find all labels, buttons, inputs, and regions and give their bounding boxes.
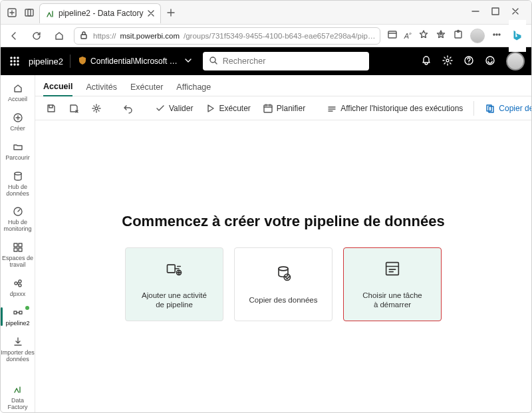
maximize-icon[interactable] — [490, 6, 501, 19]
new-tab-button[interactable] — [164, 5, 178, 20]
svg-point-18 — [14, 64, 15, 65]
save-button[interactable] — [42, 100, 61, 116]
schedule-label: Planifier — [277, 104, 305, 113]
card-add-activity[interactable]: Ajouter une activitéde pipeline — [125, 247, 223, 321]
tab-accueil[interactable]: Accueil — [43, 78, 72, 96]
rail-pipeline2[interactable]: pipeline2 — [1, 303, 35, 330]
tab-title: pipeline2 - Data Factory — [59, 9, 143, 18]
run-label: Exécuter — [219, 104, 250, 113]
tab-executer[interactable]: Exécuter — [130, 78, 163, 96]
share-icon[interactable] — [387, 29, 398, 42]
svg-rect-30 — [19, 248, 22, 251]
rail-datahub[interactable]: Hub de données — [1, 167, 35, 200]
rail-browse[interactable]: Parcourir — [1, 138, 35, 164]
tab-activites[interactable]: Activités — [86, 78, 117, 96]
history-icon — [327, 103, 337, 114]
shield-icon — [77, 55, 88, 68]
settings-icon[interactable] — [442, 55, 453, 68]
settings-button[interactable] — [87, 100, 106, 116]
history-label: Afficher l'historique des exécutions — [340, 104, 463, 113]
undo-icon — [123, 103, 134, 114]
more-icon[interactable] — [491, 29, 502, 42]
back-button[interactable] — [6, 28, 22, 44]
card-caption: de pipeline — [156, 301, 193, 309]
minimize-icon[interactable] — [470, 6, 481, 19]
card-caption: Ajouter une activité — [142, 291, 207, 299]
search-input[interactable]: Rechercher — [203, 52, 369, 70]
status-dot-icon — [25, 306, 29, 310]
svg-point-9 — [496, 34, 497, 35]
rail-dpxxx[interactable]: dpxxx — [1, 274, 35, 301]
gear-icon — [91, 103, 102, 114]
add-activity-icon — [165, 259, 184, 278]
home-button[interactable] — [51, 28, 67, 44]
copy-data-icon — [274, 264, 293, 283]
svg-rect-37 — [264, 105, 272, 112]
feedback-icon[interactable] — [485, 55, 495, 68]
rail-workspaces[interactable]: Espaces de travail — [1, 238, 35, 271]
window-controls — [470, 6, 527, 19]
favorite-icon[interactable] — [418, 29, 429, 42]
run-button[interactable]: Exécuter — [201, 100, 254, 116]
profile-avatar[interactable] — [470, 29, 485, 43]
tab-actions-icon[interactable] — [5, 5, 19, 20]
browser-tab[interactable]: pipeline2 - Data Factory — [39, 3, 161, 23]
folder-icon — [11, 140, 25, 154]
saveas-button[interactable] — [65, 100, 83, 116]
rail-import[interactable]: Importer des données — [1, 333, 35, 366]
schedule-button[interactable]: Planifier — [259, 100, 309, 116]
url-path: /groups/731f5349-9455-4100-b643-eae657e2… — [184, 32, 375, 40]
svg-point-25 — [15, 172, 21, 175]
chevron-down-icon — [180, 55, 196, 68]
tab-affichage[interactable]: Affichage — [176, 78, 211, 96]
app-launcher-icon[interactable] — [7, 56, 22, 67]
notifications-icon[interactable] — [421, 55, 432, 68]
rail-monitor[interactable]: Hub de monitoring — [1, 202, 35, 235]
card-choose-task[interactable]: Choisir une tâcheà démarrer — [343, 247, 442, 321]
bing-sidebar-icon[interactable] — [509, 20, 526, 52]
main-tabs: Accueil Activités Exécuter Affichage — [35, 75, 531, 96]
validate-button[interactable]: Valider — [151, 100, 197, 116]
ribbon: Valider Exécuter Planifier Afficher l'hi… — [35, 96, 531, 120]
close-window-icon[interactable] — [510, 6, 521, 19]
left-nav-rail: Accueil Créer Parcourir Hub de données H… — [1, 75, 35, 413]
template-icon — [383, 259, 402, 278]
svg-point-8 — [493, 34, 495, 35]
svg-point-10 — [499, 34, 500, 35]
check-icon — [155, 103, 166, 114]
collections-icon[interactable] — [436, 29, 446, 42]
lock-icon — [78, 30, 89, 42]
svg-point-16 — [17, 61, 19, 62]
workspace-item-icon — [11, 277, 25, 290]
refresh-button[interactable] — [29, 28, 45, 44]
sensitivity-label[interactable]: Confidential\Microsoft … — [77, 55, 196, 68]
search-placeholder: Rechercher — [223, 57, 266, 66]
rail-label: Espaces de travail — [1, 255, 35, 269]
collections-icon[interactable] — [22, 5, 37, 20]
history-button[interactable]: Afficher l'historique des exécutions — [323, 100, 467, 116]
svg-point-46 — [279, 267, 288, 271]
svg-rect-28 — [19, 243, 22, 247]
svg-point-12 — [14, 57, 15, 59]
extensions-icon[interactable] — [453, 29, 464, 42]
search-icon — [208, 55, 219, 68]
url-host: msit.powerbi.com — [120, 32, 180, 40]
undo-button[interactable] — [119, 100, 138, 116]
rail-home[interactable]: Accueil — [1, 79, 35, 106]
card-copy-data[interactable]: Copier des données — [234, 247, 332, 321]
svg-rect-48 — [386, 262, 399, 275]
rail-create[interactable]: Créer — [1, 108, 35, 135]
copy-data-button[interactable]: Copier des données — [481, 99, 531, 117]
svg-point-15 — [14, 61, 15, 62]
svg-rect-4 — [81, 35, 86, 39]
close-icon[interactable] — [146, 8, 156, 19]
help-icon[interactable] — [464, 55, 474, 68]
text-size-icon[interactable]: A» — [404, 31, 412, 40]
home-icon — [11, 82, 25, 95]
rail-label: dpxxx — [10, 291, 26, 298]
rail-data-factory[interactable]: Data Factory — [1, 380, 35, 413]
svg-point-21 — [446, 59, 449, 62]
url-box[interactable]: https://msit.powerbi.com/groups/731f5349… — [74, 27, 380, 45]
svg-point-33 — [19, 284, 21, 287]
user-avatar[interactable] — [506, 52, 525, 70]
